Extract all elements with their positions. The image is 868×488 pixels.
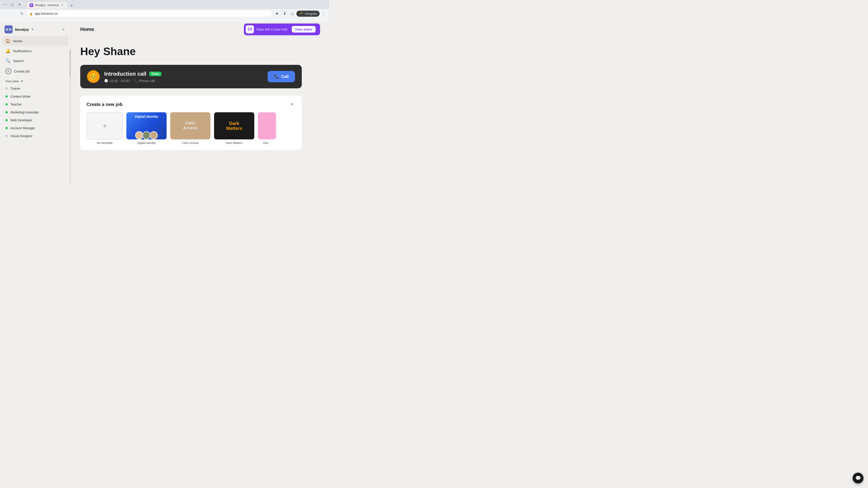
digital-identity-label: Digital Identity (137, 141, 156, 144)
dark-matters-bg: DarkMatters (214, 112, 254, 139)
sidebar-item-home[interactable]: 🏠 Home (2, 36, 69, 46)
no-template-label: No template (97, 141, 113, 144)
incognito-badge[interactable]: 🥷 Incognito (296, 11, 320, 17)
window-controls: — ◻ ✕ (2, 1, 23, 8)
template-card-partial[interactable]: Rac... (258, 112, 276, 144)
interview-time: 🕐 23:45 - 00:00 (104, 79, 129, 83)
sidebar-scroll: 🏠 Home 🔔 Notifications 🔍 Search + Create… (0, 36, 71, 185)
job-label-content-writer: Content Writer (10, 95, 31, 98)
extensions-button[interactable]: ◇ (289, 10, 296, 17)
template-grid: + No template Digital Identity (87, 112, 296, 144)
incognito-label: Incognito (305, 12, 317, 15)
template-card-no-template[interactable]: + No template (87, 112, 123, 144)
interview-emoji: 😊 (90, 73, 97, 80)
job-status-dot-account-manager (5, 127, 8, 129)
digital-identity-faces (126, 128, 166, 139)
calm-access-bg: CalmAccess (170, 112, 211, 139)
search-icon: 🔍 (5, 58, 10, 63)
sidebar-item-search[interactable]: 🔍 Search (2, 56, 69, 66)
job-label-trainer: Trainer (10, 87, 20, 90)
sidebar-collapse-button[interactable]: « (60, 26, 66, 33)
job-label-marketing-associate: Marketing Associate (10, 110, 39, 114)
workspace-chevron-icon: ▼ (31, 28, 34, 31)
digital-identity-bg: Digital Identity (126, 112, 166, 139)
create-job-header: Create a new job ✕ (87, 101, 296, 108)
today-badge: Today (149, 72, 161, 76)
call-button-label: Call (281, 74, 289, 79)
sidebar-item-search-label: Search (13, 59, 24, 63)
sidebar-item-notifications-label: Notifications (13, 49, 32, 53)
job-item-marketing-associate[interactable]: Marketing Associate (2, 108, 69, 116)
forward-button[interactable]: → (10, 10, 17, 17)
job-status-dot-web-developer (5, 119, 8, 121)
interview-title-row: Introduction call Today (104, 71, 263, 77)
phone-icon: 📞 (134, 79, 138, 83)
main-body: Hey Shane 😊 Introduction call Today 🕐 23… (71, 36, 329, 155)
create-job-icon: + (5, 68, 11, 74)
job-status-dot-marketing (5, 111, 8, 113)
digital-identity-text: Digital Identity (129, 115, 164, 119)
dark-matters-label: Dark Matters (226, 141, 243, 144)
job-item-teacher[interactable]: Teacher (2, 101, 69, 108)
workspace-avatar: M M (4, 25, 13, 33)
menu-button[interactable]: ⋮ (320, 10, 327, 17)
window-restore-button[interactable]: ◻ (9, 1, 16, 8)
trial-text: Days left in your trial (256, 27, 287, 31)
active-tab[interactable]: M Moodjoy · Homerun ✕ (26, 1, 68, 8)
new-tab-button[interactable]: + (68, 2, 75, 8)
create-job-label: Create job (14, 69, 30, 73)
workspace-name: Moodjoy (15, 28, 29, 31)
workspace-selector[interactable]: M M Moodjoy ▼ (4, 25, 34, 33)
interview-time-text: 23:45 - 00:00 (110, 79, 129, 83)
job-item-content-writer[interactable]: Content Writer (2, 93, 69, 100)
window-minimize-button[interactable]: — (2, 1, 8, 8)
address-bar-row: ← → ↻ 🔒 app.homerun.co ★ ⬇ ◇ 🥷 Incognito… (0, 9, 329, 18)
job-item-trainer[interactable]: Trainer (2, 85, 69, 92)
create-job-section: Create a new job ✕ + No template Digital… (80, 96, 302, 150)
no-template-placeholder[interactable]: + (87, 112, 123, 139)
sidebar-scrollbar-thumb[interactable] (70, 50, 70, 77)
back-button[interactable]: ← (2, 10, 9, 17)
greeting-heading: Hey Shane (80, 45, 320, 58)
browser-titlebar: — ◻ ✕ M Moodjoy · Homerun ✕ + (0, 0, 329, 9)
job-status-dot-visual-designer (5, 135, 8, 137)
job-label-visual-designer: Visual Designer (10, 134, 33, 138)
bookmark-button[interactable]: ★ (273, 10, 281, 17)
interview-meta: 🕐 23:45 - 00:00 📞 Phone call (104, 79, 263, 83)
tab-bar: M Moodjoy · Homerun ✕ + (24, 0, 76, 8)
template-card-dark-matters[interactable]: DarkMatters Dark Matters (214, 112, 254, 144)
face-2 (143, 131, 151, 139)
tab-favicon: M (30, 3, 33, 7)
call-button[interactable]: 📞 Call (268, 71, 295, 82)
your-jobs-section[interactable]: Your jobs ▼ (2, 78, 69, 85)
close-create-job-button[interactable]: ✕ (289, 101, 296, 108)
dark-matters-text: DarkMatters (226, 121, 242, 131)
address-bar[interactable]: 🔒 app.homerun.co (26, 10, 272, 17)
interview-type: 📞 Phone call (134, 79, 155, 83)
sidebar: M M Moodjoy ▼ « 🏠 Home 🔔 Notifications 🔍… (0, 23, 71, 185)
job-status-dot-trainer (5, 88, 8, 90)
job-item-visual-designer[interactable]: Visual Designer (2, 132, 69, 140)
job-status-dot-content-writer (5, 95, 8, 98)
tab-close-button[interactable]: ✕ (61, 3, 64, 7)
interview-card: 😊 Introduction call Today 🕐 23:45 - 00:0… (80, 65, 302, 88)
page-title: Home (80, 26, 94, 32)
job-item-web-developer[interactable]: Web Developer (2, 116, 69, 124)
template-card-calm-access[interactable]: CalmAccess Calm Access (170, 112, 211, 144)
calm-access-label: Calm Access (182, 141, 199, 144)
sidebar-item-notifications[interactable]: 🔔 Notifications (2, 46, 69, 56)
job-label-account-manager: Account Manager (10, 126, 35, 130)
calm-access-preview: CalmAccess (170, 112, 211, 139)
job-item-account-manager[interactable]: Account Manager (2, 124, 69, 132)
create-job-button[interactable]: + Create job (2, 66, 69, 76)
tab-title: Moodjoy · Homerun (35, 4, 59, 7)
reload-button[interactable]: ↻ (18, 10, 25, 17)
digital-identity-preview: Digital Identity (126, 112, 166, 139)
notifications-icon: 🔔 (5, 48, 10, 53)
interview-info: Introduction call Today 🕐 23:45 - 00:00 … (104, 71, 263, 83)
download-button[interactable]: ⬇ (281, 10, 288, 17)
view-plans-button[interactable]: View plans (292, 26, 315, 33)
interview-avatar: 😊 (87, 70, 100, 83)
window-close-button[interactable]: ✕ (16, 1, 23, 8)
template-card-digital-identity[interactable]: Digital Identity Digital Identity (126, 112, 166, 144)
